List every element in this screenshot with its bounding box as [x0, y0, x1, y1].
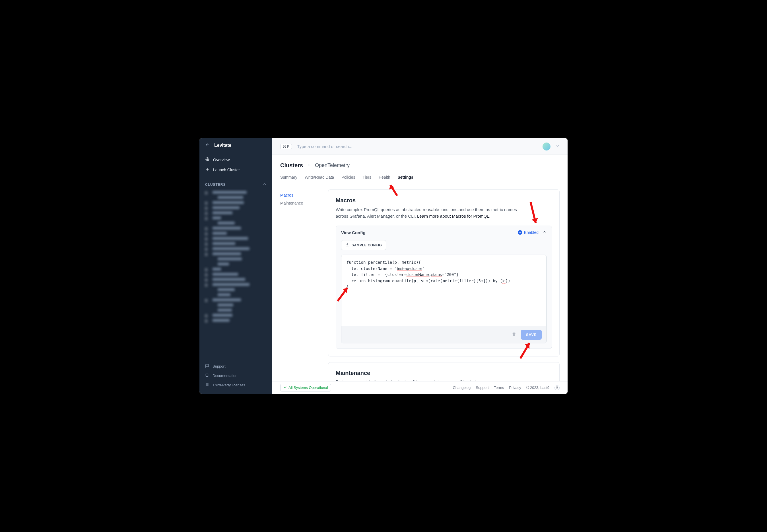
footer-terms[interactable]: Terms	[494, 385, 504, 390]
footer-label: Third-Party licenses	[213, 383, 245, 387]
cluster-row[interactable]: ☰	[203, 313, 269, 318]
sidebar-section-clusters[interactable]: CLUSTERS	[199, 177, 272, 189]
cluster-row[interactable]: ☰	[203, 246, 269, 251]
config-editor-footer: SAVE	[341, 326, 546, 343]
cluster-row[interactable]	[203, 308, 269, 313]
subnav-maintenance[interactable]: Maintenance	[280, 199, 328, 207]
chevron-up-icon	[263, 182, 267, 187]
cluster-row[interactable]: ☰	[203, 277, 269, 282]
macros-title: Macros	[336, 197, 552, 204]
footer-links: Changelog Support Terms Privacy © 2023, …	[453, 385, 560, 390]
cluster-row[interactable]	[203, 195, 269, 200]
cluster-row[interactable]: ☰	[203, 272, 269, 277]
cluster-row[interactable]: ☰	[203, 267, 269, 272]
nav-label: Launch Cluster	[213, 168, 240, 172]
chevron-down-icon[interactable]	[556, 144, 560, 149]
chat-icon	[205, 364, 209, 369]
sidebar-header: Levitate	[199, 138, 272, 152]
footer-copyright: © 2023, Last9	[526, 385, 549, 390]
footer-label: Documentation	[213, 374, 237, 378]
cluster-tabs: Summary Write/Read Data Policies Tiers H…	[272, 169, 568, 183]
cluster-row[interactable]: ☰	[203, 282, 269, 287]
footer-support[interactable]: Support	[476, 385, 489, 390]
cluster-row[interactable]: ☰	[203, 205, 269, 210]
subnav-macros[interactable]: Macros	[280, 191, 328, 199]
settings-subnav: Macros Maintenance	[280, 189, 328, 392]
tab-health[interactable]: Health	[379, 175, 390, 183]
enabled-badge: Enabled	[518, 230, 539, 235]
system-status[interactable]: All Systems Operational	[280, 384, 331, 391]
cluster-row[interactable]	[203, 292, 269, 297]
content: Clusters OpenTelemetry Summary Write/Rea…	[272, 155, 568, 394]
macros-description: Write complex PromQL queries as abstract…	[336, 207, 518, 219]
sidebar-primary-nav: Overview Launch Cluster	[199, 152, 272, 177]
view-config-header[interactable]: View Config Enabled	[336, 226, 552, 239]
cluster-row[interactable]: ☰	[203, 226, 269, 231]
cluster-row[interactable]: ☰	[203, 297, 269, 302]
back-icon[interactable]	[205, 142, 210, 149]
check-circle-icon	[518, 230, 522, 235]
footer-label: Support	[213, 364, 226, 368]
download-icon	[345, 243, 349, 248]
trash-icon[interactable]	[512, 332, 516, 338]
chevron-right-icon	[307, 162, 311, 168]
check-icon	[283, 385, 287, 390]
command-search[interactable]: Type a command or search...	[297, 144, 537, 149]
nav-overview[interactable]: Overview	[202, 155, 269, 165]
list-icon	[205, 383, 209, 387]
cluster-row[interactable]	[203, 302, 269, 308]
cluster-row[interactable]: ☰	[203, 241, 269, 246]
save-button[interactable]: SAVE	[521, 330, 542, 340]
macros-learn-more-link[interactable]: Learn more about Macros for PromQL.	[417, 214, 490, 218]
view-config-title: View Config	[341, 230, 366, 235]
cluster-row[interactable]	[203, 287, 269, 292]
cluster-row[interactable]	[203, 220, 269, 226]
command-shortcut[interactable]: ⌘ K	[280, 144, 292, 149]
tab-summary[interactable]: Summary	[280, 175, 297, 183]
cluster-row[interactable]: ☰	[203, 210, 269, 215]
cluster-row[interactable]: ☰	[203, 190, 269, 195]
brand-name: Levitate	[214, 143, 231, 148]
view-config-card: View Config Enabled	[336, 226, 552, 349]
maintenance-title: Maintenance	[336, 370, 552, 376]
cluster-row[interactable]	[203, 261, 269, 267]
chevron-up-icon[interactable]	[543, 230, 547, 235]
macros-panel: Macros Write complex PromQL queries as a…	[328, 189, 560, 356]
app-frame: Levitate Overview Launch Cluster CLUSTER…	[199, 138, 568, 394]
page-footer: All Systems Operational Changelog Suppor…	[272, 381, 568, 394]
footer-docs[interactable]: Documentation	[202, 371, 269, 380]
cluster-row[interactable]: ☰	[203, 318, 269, 323]
footer-support[interactable]: Support	[202, 362, 269, 371]
tab-write-read[interactable]: Write/Read Data	[305, 175, 334, 183]
view-config-body: SAMPLE CONFIG function percentile(p, met…	[336, 239, 552, 349]
nav-launch-cluster[interactable]: Launch Cluster	[202, 165, 269, 175]
config-editor-wrap: function percentile(p, metric){ let clus…	[341, 255, 547, 343]
breadcrumb: Clusters OpenTelemetry	[272, 155, 568, 169]
tab-settings[interactable]: Settings	[397, 175, 413, 183]
cluster-row[interactable]	[203, 256, 269, 261]
section-label: CLUSTERS	[205, 183, 226, 187]
tab-tiers[interactable]: Tiers	[362, 175, 371, 183]
nav-label: Overview	[213, 158, 230, 162]
breadcrumb-root[interactable]: Clusters	[280, 162, 303, 169]
last9-badge-icon: 9	[554, 385, 560, 390]
footer-changelog[interactable]: Changelog	[453, 385, 471, 390]
cluster-row[interactable]: ☰	[203, 215, 269, 220]
footer-licenses[interactable]: Third-Party licenses	[202, 380, 269, 390]
config-editor[interactable]: function percentile(p, metric){ let clus…	[341, 255, 546, 326]
cluster-row[interactable]: ☰	[203, 236, 269, 241]
cluster-row[interactable]: ☰	[203, 251, 269, 256]
topbar: ⌘ K Type a command or search...	[272, 138, 568, 155]
main: ⌘ K Type a command or search... Clusters…	[272, 138, 568, 394]
settings-body: Macros Maintenance Macros Write complex …	[272, 183, 568, 394]
sidebar-footer: Support Documentation Third-Party licens…	[199, 359, 272, 394]
footer-privacy[interactable]: Privacy	[509, 385, 521, 390]
cluster-row[interactable]: ☰	[203, 200, 269, 205]
tab-policies[interactable]: Policies	[341, 175, 355, 183]
plus-icon	[205, 167, 210, 172]
sample-config-button[interactable]: SAMPLE CONFIG	[341, 240, 386, 250]
user-avatar[interactable]	[543, 143, 550, 150]
cluster-row[interactable]: ☰	[203, 231, 269, 236]
globe-icon	[205, 157, 210, 162]
book-icon	[205, 373, 209, 378]
